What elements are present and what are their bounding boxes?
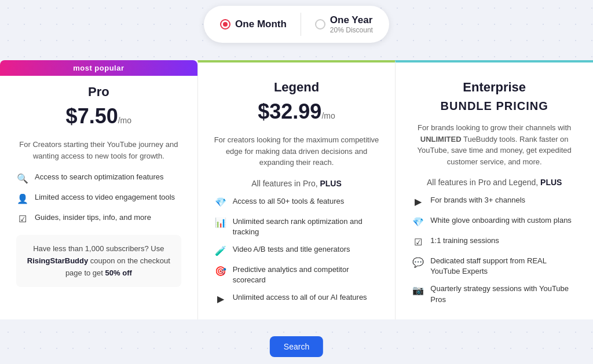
one-year-option[interactable]: One Year 20% Discount bbox=[315, 14, 373, 34]
coupon-box: Have less than 1,000 subscribers? Use Ri… bbox=[16, 235, 181, 287]
enterprise-plan-card: Enterprise BUNDLE PRICING For brands loo… bbox=[395, 60, 593, 319]
checklist-icon: ☑ bbox=[16, 213, 29, 226]
one-year-details: One Year 20% Discount bbox=[330, 14, 373, 34]
diamond-icon: 💎 bbox=[214, 197, 227, 209]
most-popular-banner: most popular bbox=[0, 60, 197, 76]
legend-price-amount: $32.99 bbox=[258, 100, 321, 123]
legend-feature-3-text: Video A/B tests and title generators bbox=[233, 244, 350, 255]
coupon-text-pre: Have less than 1,000 subscribers? Use bbox=[33, 244, 164, 253]
enterprise-plan-name: Enterprise bbox=[412, 80, 577, 95]
enterprise-feature-3: ☑ 1:1 training sessions bbox=[412, 236, 577, 249]
legend-feature-1-text: Access to all 50+ tools & features bbox=[233, 196, 345, 207]
enterprise-desc-pre: For brands looking to grow their channel… bbox=[418, 123, 571, 132]
person-icon: 👤 bbox=[16, 193, 29, 205]
enterprise-feature-1-text: For brands with 3+ channels bbox=[430, 195, 525, 205]
enterprise-all-features-label: All features in Pro and Legend, PLUS bbox=[412, 178, 577, 187]
enterprise-desc-bold: UNLIMITED bbox=[420, 135, 462, 144]
pro-feature-2-text: Limited access to video engagement tools bbox=[35, 192, 175, 203]
diamond2-icon: 💎 bbox=[412, 216, 424, 229]
enterprise-feature-5: 📷 Quarterly strategy sessions with YouTu… bbox=[412, 284, 577, 304]
pro-price-per: /mo bbox=[118, 116, 131, 125]
one-month-option[interactable]: One Month bbox=[220, 19, 287, 30]
legend-feature-2: 📊 Unlimited search rank optimization and… bbox=[214, 216, 379, 237]
coupon-discount: 50% off bbox=[105, 269, 132, 277]
legend-feature-5: ▶ Unlimited access to all of our AI feat… bbox=[214, 292, 379, 306]
play-icon: ▶ bbox=[214, 293, 227, 306]
pro-feature-3: ☑ Guides, insider tips, info, and more bbox=[16, 212, 181, 226]
legend-plan-price: $32.99/mo bbox=[214, 100, 379, 124]
chat-icon: 💬 bbox=[412, 256, 424, 269]
enterprise-feature-1: ▶ For brands with 3+ channels bbox=[412, 195, 577, 208]
chart-icon: 📊 bbox=[214, 217, 227, 230]
pro-feature-2: 👤 Limited access to video engagement too… bbox=[16, 192, 181, 205]
one-month-radio[interactable] bbox=[220, 19, 230, 30]
legend-feature-list: 💎 Access to all 50+ tools & features 📊 U… bbox=[214, 196, 379, 306]
billing-toggle: One Month One Year 20% Discount bbox=[204, 6, 389, 43]
enterprise-feature-list: ▶ For brands with 3+ channels 💎 White gl… bbox=[412, 195, 577, 305]
pro-plan-price: $7.50/mo bbox=[16, 104, 181, 128]
pro-price-amount: $7.50 bbox=[66, 104, 118, 128]
play-circle-icon: ▶ bbox=[412, 196, 424, 208]
pro-feature-1-text: Access to search optimization features bbox=[35, 172, 164, 182]
toggle-divider bbox=[301, 13, 301, 36]
coupon-name: RisingStarBuddy bbox=[27, 256, 88, 265]
plans-container: most popular Pro $7.50/mo For Creators s… bbox=[0, 60, 593, 319]
enterprise-feature-5-text: Quarterly strategy sessions with YouTube… bbox=[430, 284, 577, 304]
enterprise-feature-2: 💎 White glove onboarding with custom pla… bbox=[412, 215, 577, 229]
discount-label: 20% Discount bbox=[330, 26, 373, 34]
legend-features-plus: PLUS bbox=[320, 179, 341, 188]
camera-icon: 📷 bbox=[412, 284, 424, 297]
pro-description: For Creators starting their YouTube jour… bbox=[16, 139, 181, 161]
one-year-radio[interactable] bbox=[315, 19, 325, 30]
pro-feature-1: 🔍 Access to search optimization features bbox=[16, 172, 181, 185]
enterprise-feature-4-text: Dedicated staff support from REAL YouTub… bbox=[430, 256, 577, 277]
legend-feature-3: 🧪 Video A/B tests and title generators bbox=[214, 244, 379, 258]
legend-feature-2-text: Unlimited search rank optimization and t… bbox=[233, 216, 379, 237]
search-icon: 🔍 bbox=[16, 172, 29, 185]
legend-feature-4-text: Predictive analytics and competitor scor… bbox=[233, 264, 379, 285]
enterprise-feature-4: 💬 Dedicated staff support from REAL YouT… bbox=[412, 256, 577, 277]
legend-feature-1: 💎 Access to all 50+ tools & features bbox=[214, 196, 379, 209]
flask-icon: 🧪 bbox=[214, 245, 227, 258]
legend-feature-5-text: Unlimited access to all of our AI featur… bbox=[233, 292, 367, 303]
bundle-price: BUNDLE PRICING bbox=[412, 100, 577, 113]
enterprise-features-plus: PLUS bbox=[540, 178, 562, 187]
search-button[interactable]: Search bbox=[270, 336, 323, 357]
legend-feature-4: 🎯 Predictive analytics and competitor sc… bbox=[214, 264, 379, 285]
enterprise-feature-3-text: 1:1 training sessions bbox=[430, 236, 499, 246]
legend-plan-name: Legend bbox=[214, 80, 379, 95]
legend-plan-card: Legend $32.99/mo For creators looking fo… bbox=[197, 60, 396, 319]
one-year-label: One Year bbox=[330, 14, 372, 25]
enterprise-description: For brands looking to grow their channel… bbox=[412, 122, 577, 167]
legend-price-per: /mo bbox=[321, 111, 335, 120]
target-icon: 🎯 bbox=[214, 265, 227, 278]
pro-plan-card: most popular Pro $7.50/mo For Creators s… bbox=[0, 60, 197, 319]
legend-description: For creators looking for the maximum com… bbox=[214, 134, 379, 168]
check2-icon: ☑ bbox=[412, 236, 424, 249]
pro-feature-3-text: Guides, insider tips, info, and more bbox=[35, 212, 151, 223]
pro-feature-list: 🔍 Access to search optimization features… bbox=[16, 172, 181, 226]
page-wrapper: One Month One Year 20% Discount most pop… bbox=[0, 0, 593, 319]
pro-plan-name: Pro bbox=[16, 84, 181, 100]
legend-features-prefix: All features in Pro, bbox=[251, 179, 317, 188]
one-month-label: One Month bbox=[235, 19, 287, 30]
enterprise-feature-2-text: White glove onboarding with custom plans bbox=[430, 215, 572, 226]
enterprise-features-prefix: All features in Pro and Legend, bbox=[427, 178, 538, 187]
legend-all-features-label: All features in Pro, PLUS bbox=[214, 179, 379, 188]
